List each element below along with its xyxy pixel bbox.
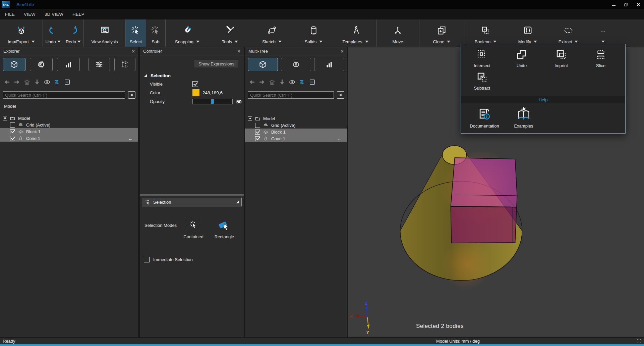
search-input[interactable] — [3, 91, 125, 99]
toolbar-templates[interactable]: Templates — [335, 19, 376, 47]
locate-arrow-icon[interactable]: ← — [128, 136, 133, 141]
opacity-slider[interactable] — [192, 99, 233, 104]
restore-icon[interactable] — [624, 2, 629, 7]
toolbar-view-analysis[interactable]: View Analysis — [84, 19, 125, 47]
toolbar-solids[interactable]: Solids — [293, 19, 335, 47]
descend-icon[interactable] — [279, 79, 286, 86]
menu-help[interactable]: HELP — [72, 12, 84, 17]
slider-handle[interactable] — [211, 99, 214, 104]
tab-analysis[interactable] — [57, 58, 80, 71]
close-icon[interactable]: × — [637, 2, 640, 7]
toolbar-select[interactable]: Select — [126, 19, 146, 47]
mode-contained[interactable]: Contained — [178, 218, 209, 239]
tree-row[interactable]: Block 1 — [0, 128, 138, 135]
immediate-selection-checkbox[interactable] — [144, 257, 150, 262]
collapse-all-icon[interactable] — [64, 79, 71, 86]
menu-view[interactable]: VIEW — [24, 12, 36, 17]
flyout-slice[interactable]: Slice — [581, 48, 621, 69]
zoom-path-icon[interactable] — [54, 79, 61, 86]
toolbar-tools[interactable]: Tools — [209, 19, 251, 47]
tree-row[interactable]: Model — [245, 115, 347, 122]
tree-row[interactable]: Grid (Active) — [0, 121, 138, 128]
close-panel-icon[interactable]: × — [237, 49, 240, 54]
tab-options[interactable] — [89, 58, 110, 71]
block-front-face[interactable] — [451, 206, 517, 243]
toolbar-redo[interactable]: Redo — [63, 19, 83, 47]
chevron-down-icon[interactable] — [601, 41, 605, 43]
tree-row[interactable]: Block 1 — [245, 129, 347, 135]
toolbar-imp-export[interactable]: Imp/Export — [0, 19, 43, 47]
selection-group-header[interactable]: Selection — [144, 73, 244, 78]
visibility-checkbox[interactable] — [255, 123, 260, 128]
chevron-down-icon[interactable] — [278, 41, 282, 43]
zoom-path-icon[interactable] — [299, 79, 306, 86]
flyout-imprint[interactable]: Imprint — [541, 48, 581, 69]
immediate-selection-row[interactable]: Immediate Selection — [144, 257, 244, 262]
flyout-unite[interactable]: Unite — [502, 48, 541, 69]
menu-3d-view[interactable]: 3D VIEW — [45, 12, 63, 17]
toolbar-sketch[interactable]: Sketch — [251, 19, 293, 47]
toolbar-extract[interactable]: Extract — [548, 19, 588, 47]
visibility-checkbox[interactable] — [10, 122, 15, 128]
expander-box[interactable] — [3, 116, 7, 120]
flyout-examples[interactable]: Examples — [505, 107, 542, 129]
tab-simulation[interactable] — [30, 58, 53, 71]
tree-row[interactable]: Cone 1 ← — [245, 135, 347, 142]
chevron-down-icon[interactable] — [493, 41, 496, 43]
tab-model[interactable] — [3, 58, 25, 71]
tab-model[interactable] — [248, 58, 278, 71]
toolbar-sub[interactable]: Sub — [146, 19, 165, 47]
toolbar-clone[interactable]: Clone — [419, 19, 464, 47]
splitter-handle[interactable] — [140, 194, 244, 196]
chevron-down-icon[interactable] — [447, 41, 450, 43]
home-icon[interactable] — [269, 79, 276, 86]
forward-icon[interactable] — [13, 79, 20, 86]
tab-simulation[interactable] — [281, 58, 311, 71]
chevron-down-icon[interactable] — [77, 41, 81, 43]
close-panel-icon[interactable]: × — [341, 49, 344, 54]
tree-row[interactable]: Cone 1 ← — [0, 135, 138, 142]
clear-search-icon[interactable]: × — [128, 91, 135, 99]
descend-icon[interactable] — [34, 79, 41, 86]
show-expressions-button[interactable]: Show Expressions — [194, 60, 238, 67]
toolbar-snapping[interactable]: Snapping — [166, 19, 209, 47]
expander-box[interactable] — [248, 116, 252, 121]
toolbar-boolean[interactable]: Boolean — [464, 19, 507, 47]
flyout-documentation[interactable]: Documentation — [464, 107, 505, 129]
visibility-checkbox[interactable] — [10, 129, 15, 134]
visibility-eye-icon[interactable] — [289, 79, 296, 86]
selection-section-bar[interactable]: Selection — [142, 198, 242, 206]
chevron-down-icon[interactable] — [57, 41, 61, 43]
block-top-face[interactable] — [451, 158, 517, 207]
tree-row[interactable]: Grid (Active) — [245, 122, 347, 129]
tab-hierarchy[interactable] — [114, 58, 135, 71]
chevron-down-icon[interactable] — [32, 41, 35, 43]
toolbar-modify[interactable]: Modify — [507, 19, 548, 47]
toolbar-move[interactable]: Move — [376, 19, 419, 47]
mode-rectangle[interactable]: Rectangle — [209, 218, 240, 239]
back-icon[interactable] — [248, 79, 255, 86]
search-input[interactable] — [248, 91, 334, 99]
visibility-checkbox[interactable] — [255, 136, 260, 141]
close-panel-icon[interactable]: × — [132, 49, 135, 54]
chevron-down-icon[interactable] — [365, 41, 368, 43]
color-swatch[interactable] — [192, 89, 199, 96]
tree-row[interactable]: Model — [0, 115, 138, 121]
visibility-checkbox[interactable] — [255, 130, 260, 135]
collapse-all-icon[interactable] — [309, 79, 316, 86]
visibility-eye-icon[interactable] — [44, 79, 51, 86]
chevron-down-icon[interactable] — [575, 41, 578, 43]
forward-icon[interactable] — [258, 79, 266, 86]
visibility-checkbox[interactable] — [10, 136, 15, 141]
flyout-subtract[interactable]: Subtract — [462, 71, 502, 91]
chevron-down-icon[interactable] — [534, 41, 537, 43]
chevron-down-icon[interactable] — [235, 41, 238, 43]
home-icon[interactable] — [23, 79, 31, 86]
toolbar-overflow[interactable]: ... — [588, 19, 618, 47]
tab-analysis[interactable] — [314, 58, 344, 71]
flyout-intersect[interactable]: Intersect — [462, 48, 502, 69]
visible-checkbox[interactable] — [192, 81, 198, 87]
minimize-icon[interactable] — [612, 3, 616, 6]
back-icon[interactable] — [3, 79, 10, 86]
toolbar-undo[interactable]: Undo — [43, 19, 63, 47]
